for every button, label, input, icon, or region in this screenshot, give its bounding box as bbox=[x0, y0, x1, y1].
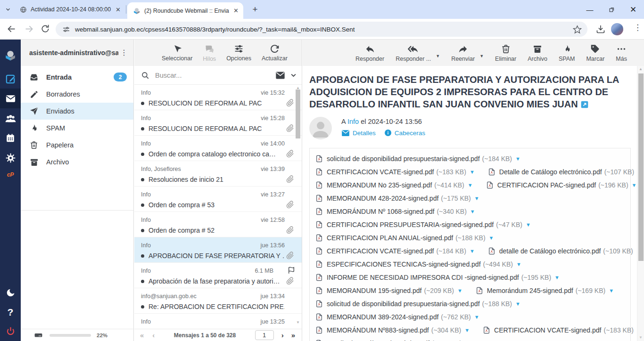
message-row[interactable]: Infojue 13:25 bbox=[134, 314, 302, 329]
attachment-menu-caret-icon[interactable]: ▼ bbox=[515, 301, 520, 307]
attachment-menu-caret-icon[interactable]: ▼ bbox=[515, 156, 520, 162]
attachment-name[interactable]: MEMORÁNDUM Nº883-signed.pdf bbox=[327, 326, 429, 334]
settings-nav-button[interactable] bbox=[0, 148, 21, 168]
back-button[interactable] bbox=[7, 24, 17, 34]
message-row[interactable]: Infojue 13:56APROBACION DE FASE PREPARAT… bbox=[134, 237, 302, 263]
refresh-list-button[interactable]: Actualizar bbox=[262, 44, 288, 62]
folder-item-entrada[interactable]: Entrada 2 bbox=[21, 69, 133, 86]
attachment-name[interactable]: Detalle de Catálogo electrónico.pdf bbox=[499, 168, 602, 176]
search-input[interactable] bbox=[154, 71, 275, 80]
message-row[interactable]: info@sanjuan.gob.ecjue 13:34Re: APROBACI… bbox=[134, 288, 302, 314]
more-button[interactable]: Más bbox=[616, 44, 627, 62]
profile-avatar[interactable] bbox=[611, 23, 623, 35]
prev-page-button[interactable]: ‹ bbox=[152, 331, 155, 339]
folder-item-spam[interactable]: SPAM bbox=[21, 120, 133, 137]
message-row[interactable]: Infovie 14:00Orden de compra catalogo el… bbox=[134, 136, 302, 161]
next-page-button[interactable]: › bbox=[281, 331, 284, 339]
attachment-menu-caret-icon[interactable]: ▼ bbox=[468, 182, 473, 188]
account-menu-icon[interactable]: ⋮ bbox=[118, 49, 130, 56]
message-row[interactable]: Info, Josefloresvie 13:39Resoluciones de… bbox=[134, 161, 302, 187]
reply-all-button[interactable]: Responder ... bbox=[396, 44, 431, 62]
folder-item-enviados[interactable]: Enviados bbox=[21, 103, 133, 120]
attachment-item[interactable]: CERTIFICACION VCATE-signed.pdf(~183 KB)▼ bbox=[315, 168, 475, 176]
url-bar[interactable]: webmail.sanjuan.gob.ec/cpsess4163570888/… bbox=[56, 22, 587, 37]
attachment-menu-caret-icon[interactable]: ▼ bbox=[470, 209, 475, 214]
attachment-item[interactable]: MEMORANDUM 195-signed.pdf(~209 KB)▼ bbox=[315, 286, 462, 295]
attachment-item[interactable]: MEMORANDUM No 235-signed.pdf(~414 KB)▼ bbox=[315, 181, 473, 189]
attachment-name[interactable]: MEMORANDUM 389-2024-signed.pdf bbox=[327, 313, 438, 321]
contacts-nav-button[interactable] bbox=[0, 108, 21, 128]
attachment-menu-caret-icon[interactable]: ▼ bbox=[474, 195, 479, 201]
attachment-name[interactable]: MEMORÁNDUM Nº 1068-signed.pdf bbox=[327, 208, 434, 215]
browser-menu-icon[interactable]: ⋮ bbox=[632, 24, 644, 32]
open-in-new-window-icon[interactable] bbox=[581, 101, 588, 108]
message-row[interactable]: Infovie 15:32RESOLUCION DE REFORMA AL PA… bbox=[134, 85, 302, 110]
attachment-item[interactable]: MEMORANDUM 428-2024-signed.pdf(~175 KB)▼ bbox=[315, 194, 479, 203]
window-close-button[interactable]: ✕ bbox=[622, 5, 644, 15]
reader-scrollbar[interactable]: ▲ ▼ bbox=[637, 66, 644, 341]
attachment-item[interactable]: Detalle de Catálogo electrónico.pdf(~107… bbox=[315, 339, 470, 341]
attachment-name[interactable]: CERTIFICACION PLAN ANUAL-signed.pdf bbox=[327, 234, 453, 242]
window-restore-button[interactable] bbox=[601, 7, 622, 13]
attachment-item[interactable]: MEMORANDUM 389-2024-signed.pdf(~762 KB)▼ bbox=[315, 313, 479, 321]
attachment-name[interactable]: MEMORANDUM 428-2024-signed.pdf bbox=[327, 195, 438, 202]
select-button[interactable]: Seleccionar bbox=[162, 44, 192, 62]
list-scrollbar-thumb[interactable] bbox=[296, 89, 300, 138]
attachment-name[interactable]: MEMORANDUM No 235-signed.pdf bbox=[327, 181, 432, 189]
tab-search-chevron-icon[interactable] bbox=[5, 6, 11, 13]
cpanel-logo[interactable]: cP bbox=[0, 167, 21, 183]
page-number-input[interactable] bbox=[255, 330, 274, 340]
attachment-name[interactable]: CERTIFICACION VCATE-signed.pdf bbox=[494, 326, 601, 334]
attachment-item[interactable]: Memorándum 245-signed.pdf(~169 KB)▼ bbox=[476, 286, 614, 295]
logout-button[interactable] bbox=[0, 321, 21, 341]
threads-button[interactable]: Hilos bbox=[203, 44, 216, 62]
attachment-menu-caret-icon[interactable]: ▼ bbox=[474, 314, 479, 320]
list-scrollbar[interactable]: ▲ ▼ bbox=[295, 86, 301, 329]
attachment-menu-caret-icon[interactable]: ▼ bbox=[516, 261, 521, 267]
attachment-name[interactable]: detalle de Catálogo electrónico.pdf bbox=[499, 247, 601, 255]
flag-icon[interactable] bbox=[288, 267, 295, 274]
options-button[interactable]: Opciones bbox=[226, 44, 251, 62]
attachment-menu-caret-icon[interactable]: ▼ bbox=[470, 248, 475, 254]
message-row[interactable]: Infovie 13:27Orden de compra # 53 bbox=[134, 187, 302, 212]
attachment-name[interactable]: CERTIFICACION PAC-signed.pdf bbox=[497, 181, 596, 189]
attachment-item[interactable]: detalle de Catálogo electrónico.pdf(~109… bbox=[488, 247, 637, 255]
dark-mode-button[interactable] bbox=[0, 283, 21, 302]
headers-toggle[interactable]: Cabeceras bbox=[384, 129, 425, 137]
attachment-name[interactable]: MEMORANDUM 195-signed.pdf bbox=[327, 287, 422, 294]
attachment-item[interactable]: CERTIFICACION VCATE-signed.pdf(~183 KB)▼ bbox=[483, 326, 637, 334]
attachment-item[interactable]: solicitud de disponibilidad presupuestar… bbox=[315, 300, 520, 308]
browser-tab-roundcube[interactable]: (2) Roundcube Webmail :: Envia ✕ bbox=[127, 2, 243, 19]
attachment-menu-caret-icon[interactable]: ▼ bbox=[489, 235, 494, 241]
attachment-menu-caret-icon[interactable]: ▼ bbox=[526, 222, 531, 227]
mark-button[interactable]: Marcar bbox=[586, 44, 604, 62]
attachment-name[interactable]: CERTIFICACION VCATE-signed.pdf bbox=[327, 168, 434, 176]
window-minimize-button[interactable]: — bbox=[579, 6, 601, 14]
search-scope-mail-icon[interactable] bbox=[275, 71, 285, 80]
tab-close-icon[interactable]: ✕ bbox=[233, 7, 239, 14]
attachment-item[interactable]: Detalle de Catálogo electrónico.pdf(~107… bbox=[488, 168, 637, 176]
new-tab-button[interactable]: + bbox=[249, 3, 261, 16]
attachment-item[interactable]: ESPECIFICACIONES TECNICAS-signed-signed.… bbox=[315, 260, 521, 268]
bookmark-star-icon[interactable] bbox=[573, 25, 582, 34]
details-toggle[interactable]: Detalles bbox=[341, 130, 376, 137]
message-row[interactable]: Info6.1 MBAprobación de la fase preparat… bbox=[134, 263, 302, 288]
refresh-button[interactable] bbox=[41, 24, 50, 33]
attachment-item[interactable]: solicitud de disponibilidad presupuestar… bbox=[315, 154, 520, 163]
attachment-name[interactable]: CERTIFICACION VCATE-signed.pdf bbox=[327, 247, 434, 255]
help-button[interactable]: ? bbox=[0, 302, 21, 322]
attachment-menu-caret-icon[interactable]: ▼ bbox=[609, 288, 614, 293]
attachment-item[interactable]: CERTIFICACION PLAN ANUAL-signed.pdf(~188… bbox=[315, 234, 494, 242]
recipient-link[interactable]: Info bbox=[347, 118, 359, 125]
folder-item-borradores[interactable]: Borradores bbox=[21, 86, 133, 103]
attachment-menu-caret-icon[interactable]: ▼ bbox=[632, 182, 637, 188]
attachment-name[interactable]: INFORME DE NECESIDAD IMPRESORA CDI -sign… bbox=[327, 274, 519, 281]
attachment-name[interactable]: solicitud de disponibilidad presupuestar… bbox=[327, 155, 480, 162]
attachment-item[interactable]: INFORME DE NECESIDAD IMPRESORA CDI -sign… bbox=[315, 273, 560, 282]
mail-nav-button[interactable] bbox=[0, 89, 21, 108]
archive-button[interactable]: Archivo bbox=[528, 44, 547, 62]
attachment-menu-caret-icon[interactable]: ▼ bbox=[470, 169, 475, 175]
last-page-button[interactable]: » bbox=[291, 331, 295, 339]
forward-button[interactable] bbox=[24, 24, 34, 34]
attachment-name[interactable]: CERTIFICACION PRESUPUESTARIA-signed-sign… bbox=[327, 221, 494, 228]
